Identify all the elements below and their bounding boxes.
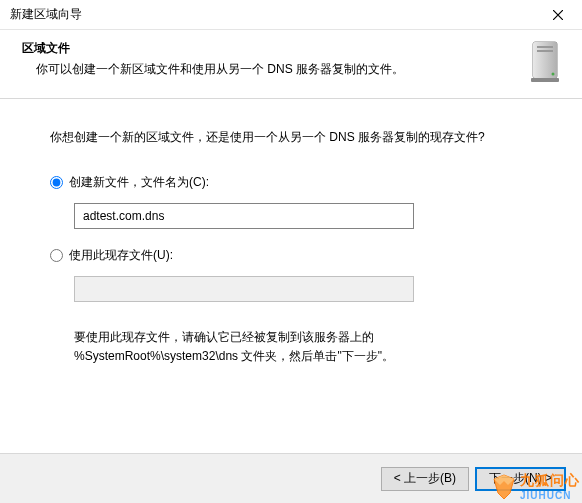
svg-rect-4	[531, 78, 559, 82]
close-button[interactable]	[538, 1, 578, 29]
back-button[interactable]: < 上一步(B)	[381, 467, 469, 491]
note-text: 要使用此现存文件，请确认它已经被复制到该服务器上的 %SystemRoot%\s…	[74, 328, 424, 366]
svg-point-5	[552, 73, 555, 76]
wizard-content: 你想创建一个新的区域文件，还是使用一个从另一个 DNS 服务器复制的现存文件? …	[0, 99, 582, 386]
header-title: 区域文件	[22, 40, 524, 57]
prompt-text: 你想创建一个新的区域文件，还是使用一个从另一个 DNS 服务器复制的现存文件?	[50, 129, 532, 146]
titlebar: 新建区域向导	[0, 0, 582, 30]
close-icon	[553, 10, 563, 20]
note-line1: 要使用此现存文件，请确认它已经被复制到该服务器上的	[74, 330, 374, 344]
note-line2: %SystemRoot%\system32\dns 文件夹，然后单击"下一步"。	[74, 349, 394, 363]
radio-create-label: 创建新文件，文件名为(C):	[69, 174, 209, 191]
option-existing-group: 使用此现存文件(U):	[50, 247, 532, 302]
radio-existing-input[interactable]	[50, 249, 63, 262]
radio-existing-label: 使用此现存文件(U):	[69, 247, 173, 264]
header-text-block: 区域文件 你可以创建一个新区域文件和使用从另一个 DNS 服务器复制的文件。	[22, 40, 524, 84]
wizard-header: 区域文件 你可以创建一个新区域文件和使用从另一个 DNS 服务器复制的文件。	[0, 30, 582, 99]
radio-create-new[interactable]: 创建新文件，文件名为(C):	[50, 174, 532, 191]
svg-rect-2	[537, 46, 553, 48]
svg-rect-3	[537, 50, 553, 52]
existing-filename-input	[74, 276, 414, 302]
radio-create-input[interactable]	[50, 176, 63, 189]
option-create-group: 创建新文件，文件名为(C):	[50, 174, 532, 229]
window-title: 新建区域向导	[10, 6, 82, 23]
header-description: 你可以创建一个新区域文件和使用从另一个 DNS 服务器复制的文件。	[22, 61, 524, 78]
new-filename-input[interactable]	[74, 203, 414, 229]
radio-use-existing[interactable]: 使用此现存文件(U):	[50, 247, 532, 264]
server-icon	[524, 40, 566, 84]
wizard-footer: < 上一步(B) 下一步(N) >	[0, 453, 582, 503]
next-button[interactable]: 下一步(N) >	[475, 467, 566, 491]
